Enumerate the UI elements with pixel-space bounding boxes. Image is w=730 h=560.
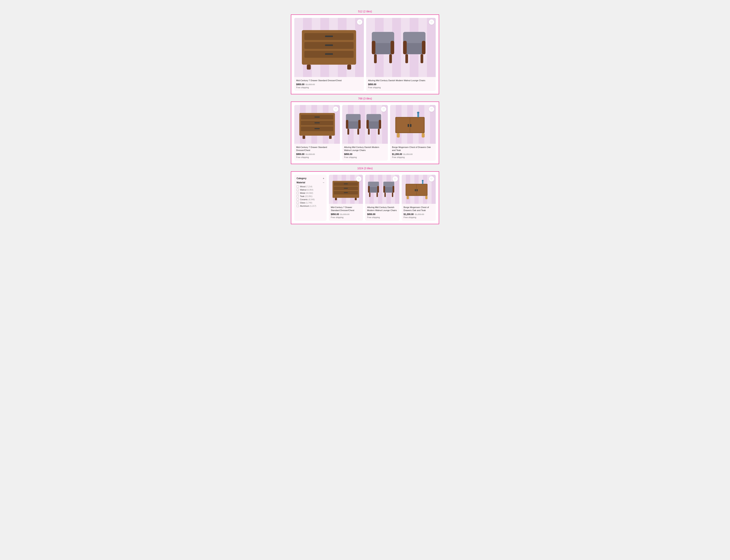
svg-rect-37	[358, 129, 359, 135]
original-price: $1,000.00	[306, 83, 315, 86]
svg-rect-27	[315, 117, 320, 118]
original-price: $1,000.00	[340, 213, 350, 215]
svg-rect-41	[379, 120, 381, 129]
wishlist-button[interactable]: ♡	[429, 19, 434, 25]
current-price: $950.00	[296, 83, 304, 86]
product-title: Mid-Century 7 Drawer Standard Dresser/Ch…	[331, 206, 361, 212]
price-row: $850.00	[344, 153, 386, 156]
filter-item[interactable]: Glass (1,740)	[297, 202, 324, 204]
svg-rect-42	[368, 129, 369, 135]
product-title: Borge Mogensen Chest of Drawers Oak and …	[403, 206, 434, 212]
product-illustration	[366, 18, 436, 77]
price-row: $950.00 $1,000.00	[296, 153, 338, 156]
product-image: ♡	[294, 105, 340, 144]
product-grid-1: ♡ Mid-Century 7 Drawer Standard Dresser/…	[294, 105, 436, 161]
price-row: $1,200.00 $1,350.00	[403, 213, 434, 216]
product-card: ♡ Alluring Mid Century Danish Modern Wal…	[366, 18, 436, 91]
filter-checkbox[interactable]	[297, 202, 299, 204]
category-toggle-button[interactable]: +	[323, 177, 324, 180]
category-title: Category	[297, 177, 307, 180]
filter-item[interactable]: Aluminum (1,217)	[297, 205, 324, 207]
filter-count: (6,954)	[307, 189, 313, 191]
shipping-label: Free shipping	[296, 86, 362, 89]
wishlist-button[interactable]: ♡	[392, 176, 398, 182]
product-card: ♡ Mid-Century 7 Drawer Standard Dresser/…	[329, 175, 363, 221]
wishlist-button[interactable]: ♡	[381, 106, 386, 112]
product-title: Mid-Century 7 Drawer Standard Dresser/Ch…	[296, 146, 338, 152]
current-price: $950.00	[296, 153, 304, 156]
svg-rect-46	[410, 118, 424, 132]
filter-item[interactable]: Wood (7,214)	[297, 185, 324, 188]
svg-rect-11	[372, 32, 394, 43]
filter-checkbox[interactable]	[297, 198, 299, 201]
svg-rect-28	[315, 122, 320, 123]
original-price: $1,350.00	[403, 153, 412, 155]
svg-rect-18	[403, 41, 407, 54]
current-price: $850.00	[344, 153, 352, 156]
svg-rect-15	[389, 54, 392, 63]
svg-rect-68	[376, 193, 378, 197]
wishlist-button[interactable]: ♡	[357, 19, 363, 25]
filter-checkbox[interactable]	[297, 189, 299, 191]
wishlist-button[interactable]: ♡	[333, 106, 339, 112]
filter-item[interactable]: Walnut (6,954)	[297, 189, 324, 191]
wishlist-button[interactable]: ♡	[429, 106, 434, 112]
filter-label: Wood (7,214)	[300, 185, 312, 188]
current-price: $1,200.00	[403, 213, 414, 216]
filter-count: (1,217)	[310, 205, 316, 207]
product-card: ♡ Alluring Mid Century Danish Modern Wal…	[342, 105, 388, 161]
svg-rect-31	[329, 136, 332, 139]
product-title: Alluring Mid Century Danish Modern Walnu…	[367, 206, 397, 212]
shipping-label: Free shipping	[392, 156, 434, 158]
sidebar-panel: Category + Material − Wood (7,214) Walnu…	[294, 175, 327, 221]
sidebar-grid-2: Category + Material − Wood (7,214) Walnu…	[294, 175, 436, 221]
product-info: Mid-Century 7 Drawer Standard Dresser/Ch…	[294, 144, 340, 161]
svg-rect-66	[377, 186, 379, 193]
filter-count: (6,548)	[308, 198, 315, 201]
shipping-label: Free shipping	[403, 216, 434, 218]
product-info: Alluring Mid Century Danish Modern Walnu…	[342, 144, 388, 161]
product-info: Borge Mogensen Chest of Drawers Oak and …	[390, 144, 436, 161]
filter-checkbox[interactable]	[297, 192, 299, 194]
product-info: Borge Mogensen Chest of Drawers Oak and …	[402, 204, 436, 221]
product-illustration	[294, 18, 364, 77]
product-title: Alluring Mid Century Danish Modern Walnu…	[368, 79, 434, 82]
filter-checkbox[interactable]	[297, 195, 299, 197]
filter-item[interactable]: Teak (22,091)	[297, 195, 324, 197]
svg-rect-73	[384, 193, 386, 197]
svg-rect-65	[368, 186, 370, 193]
material-section-header: Material −	[297, 181, 324, 184]
svg-rect-79	[416, 189, 418, 191]
price-row: $950.00 $1,000.00	[331, 213, 361, 216]
svg-rect-78	[415, 189, 416, 191]
filter-checkbox[interactable]	[297, 205, 299, 207]
svg-rect-33	[346, 114, 361, 122]
product-info: Alluring Mid Century Danish Modern Walnu…	[366, 77, 436, 91]
svg-rect-34	[346, 120, 348, 129]
product-title: Borge Mogensen Chest of Drawers Oak and …	[392, 146, 434, 152]
svg-rect-74	[392, 193, 393, 197]
svg-rect-70	[383, 182, 394, 187]
svg-rect-19	[422, 41, 426, 54]
category-section-header: Category +	[297, 177, 324, 180]
svg-rect-12	[372, 41, 375, 54]
filter-item[interactable]: Metal (44,582)	[297, 192, 324, 194]
filter-checkbox[interactable]	[297, 185, 299, 188]
material-toggle-button[interactable]: −	[323, 181, 324, 184]
svg-rect-43	[378, 129, 379, 135]
filter-label: Metal (44,582)	[300, 192, 313, 194]
price-row: $850.00	[368, 83, 434, 86]
svg-rect-67	[369, 193, 370, 197]
shipping-label: Free shipping	[296, 156, 338, 158]
product-info: Mid-Century 7 Drawer Standard Dresser/Ch…	[294, 77, 364, 91]
svg-rect-72	[392, 186, 394, 193]
product-card: ♡ Alluring Mid Century Danish Modern Wal…	[365, 175, 399, 221]
current-price: $950.00	[331, 213, 339, 216]
shipping-label: Free shipping	[368, 86, 434, 89]
svg-rect-30	[303, 136, 305, 139]
product-image: ♡	[342, 105, 388, 144]
current-price: $1,200.00	[392, 153, 402, 156]
filter-item[interactable]: Ceramic (6,548)	[297, 198, 324, 201]
svg-rect-17	[403, 32, 426, 43]
filter-count: (7,214)	[306, 185, 312, 188]
